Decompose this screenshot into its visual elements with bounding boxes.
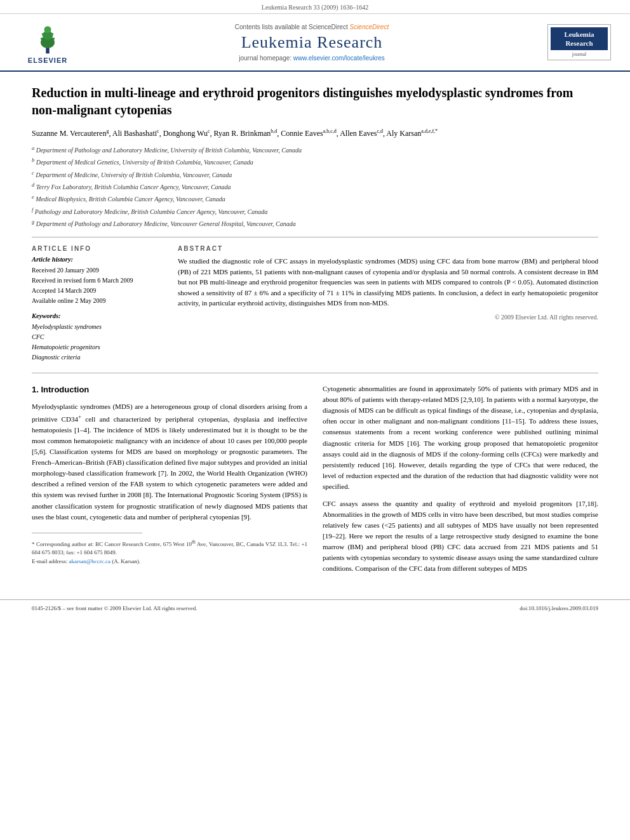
footnote-divider [32, 533, 142, 533]
copyright-line: © 2009 Elsevier Ltd. All rights reserved… [178, 314, 598, 321]
affiliation-e: e Medical Biophysics, British Columbia C… [32, 193, 598, 204]
affiliation-g: g Department of Pathology and Laboratory… [32, 218, 598, 229]
divider-abstract [32, 373, 598, 373]
body-two-col: 1. Introduction Myelodysplastic syndrome… [32, 383, 598, 580]
abstract-col: ABSTRACT We studied the diagnostic role … [178, 245, 598, 363]
author-sup-brinkman: b,d [271, 128, 277, 134]
svg-rect-4 [41, 38, 44, 40]
journal-logo-box: Leukemia Research journal [547, 24, 611, 61]
footnote-email: E-mail address: akarsan@bccrc.ca (A. Kar… [32, 557, 307, 566]
accepted-date: Accepted 14 March 2009 [32, 286, 159, 296]
author-sup-bashashati: c [157, 128, 159, 134]
keywords-label: Keywords: [32, 312, 159, 319]
affiliation-a: a Department of Pathology and Laboratory… [32, 144, 598, 156]
body-col-left: 1. Introduction Myelodysplastic syndrome… [32, 383, 307, 580]
keyword-4: Diagnostic criteria [32, 352, 159, 363]
footnote-email-link[interactable]: akarsan@bccrc.ca [69, 558, 111, 564]
affiliations: a Department of Pathology and Laboratory… [32, 144, 598, 229]
journal-logo-inner: Leukemia Research [551, 27, 608, 51]
divider-affiliations [32, 237, 598, 237]
journal-title: Leukemia Research [76, 33, 547, 52]
affiliation-d: d Terry Fox Laboratory, British Columbia… [32, 181, 598, 192]
homepage-link[interactable]: www.elsevier.com/locate/leukres [293, 55, 385, 62]
svg-point-3 [44, 26, 51, 33]
footnote-star: * Corresponding author at: BC Cancer Res… [32, 538, 307, 557]
available-online-date: Available online 2 May 2009 [32, 296, 159, 306]
author-sup-eaves-a: c,d [377, 128, 383, 134]
svg-rect-5 [51, 38, 55, 40]
author-sup-eaves-c: a,b,c,d [323, 128, 337, 134]
journal-homepage: journal homepage: www.elsevier.com/locat… [76, 55, 547, 62]
sciencedirect-label: Contents lists available at ScienceDirec… [235, 23, 348, 30]
journal-logo-sub: journal [551, 51, 608, 57]
svg-rect-7 [51, 33, 54, 35]
author-sup-wu: c [208, 128, 210, 134]
sciencedirect-line: Contents lists available at ScienceDirec… [76, 23, 547, 30]
article-info-label: ARTICLE INFO [32, 245, 159, 252]
intro-paragraph-1: Myelodysplastic syndromes (MDS) are a he… [32, 401, 307, 522]
intro-section-title: 1. Introduction [32, 383, 307, 396]
main-content: Reduction in multi-lineage and erythroid… [0, 72, 630, 593]
homepage-label: journal homepage: [239, 55, 292, 62]
affiliation-f: f Pathology and Laboratory Medicine, Bri… [32, 206, 598, 217]
received-revised-date: Received in revised form 6 March 2009 [32, 276, 159, 286]
author-sup-vercauteren: g [106, 128, 109, 134]
keyword-3: Hematopoietic progenitors [32, 342, 159, 352]
author-sup-karsan: a,d,e,f,* [421, 128, 438, 134]
logo-title: Leukemia [554, 30, 604, 39]
keyword-1: Myelodysplastic syndromes [32, 322, 159, 332]
article-info-col: ARTICLE INFO Article history: Received 2… [32, 245, 159, 363]
elsevier-tree-icon [29, 20, 67, 55]
info-abstract-row: ARTICLE INFO Article history: Received 2… [32, 245, 598, 363]
intro-paragraph-2: Cytogenetic abnormalities are found in a… [323, 383, 598, 491]
journal-title-block: Contents lists available at ScienceDirec… [76, 23, 547, 62]
sciencedirect-link[interactable]: ScienceDirect [349, 23, 389, 30]
history-label: Article history: [32, 256, 159, 263]
received-date: Received 20 January 2009 [32, 265, 159, 276]
authors-line: Suzanne M. Vercautereng, Ali Bashashatic… [32, 128, 598, 139]
journal-citation-text: Leukemia Research 33 (2009) 1636–1642 [262, 4, 368, 11]
issn-text: 0145-2126/$ – see front matter © 2009 El… [32, 605, 198, 611]
logo-subtitle: Research [554, 39, 604, 48]
elsevier-text: ELSEVIER [28, 57, 67, 64]
affiliation-b: b Department of Medical Genetics, Univer… [32, 156, 598, 168]
svg-rect-6 [42, 33, 44, 35]
body-col-right: Cytogenetic abnormalities are found in a… [323, 383, 598, 580]
journal-citation-bar: Leukemia Research 33 (2009) 1636–1642 [0, 0, 630, 14]
article-title: Reduction in multi-lineage and erythroid… [32, 84, 598, 119]
abstract-label: ABSTRACT [178, 245, 598, 252]
affiliation-c: c Department of Medicine, University of … [32, 169, 598, 180]
doi-text: doi:10.1016/j.leukres.2009.03.019 [519, 605, 598, 611]
elsevier-logo: ELSEVIER [19, 20, 76, 64]
intro-paragraph-3: CFC assays assess the quantity and quali… [323, 498, 598, 574]
keyword-2: CFC [32, 332, 159, 342]
abstract-text: We studied the diagnostic role of CFC as… [178, 256, 598, 309]
bottom-bar: 0145-2126/$ – see front matter © 2009 El… [0, 599, 630, 617]
journal-header: ELSEVIER Contents lists available at Sci… [0, 14, 630, 72]
